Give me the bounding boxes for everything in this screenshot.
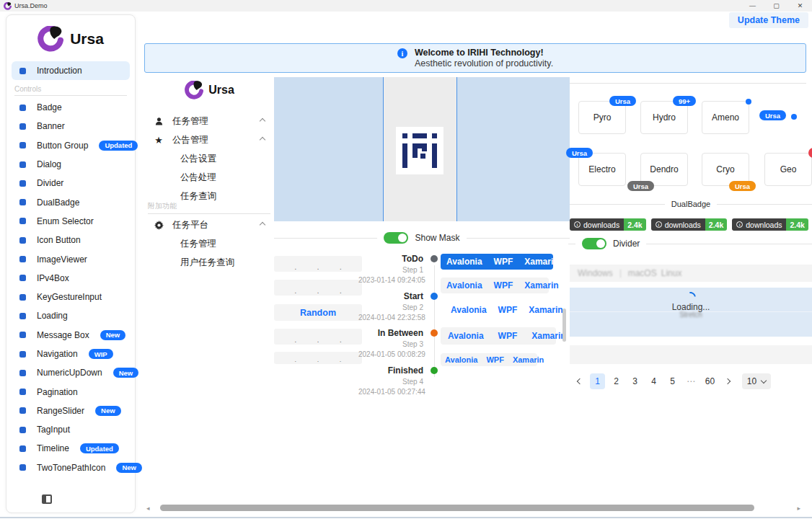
bullet-icon [19, 68, 26, 74]
avalonia-button[interactable]: Avalonia [441, 278, 488, 293]
wpf-button[interactable]: WPF [493, 302, 524, 318]
standalone-dot-badge-icon [791, 114, 797, 120]
horizontal-scrollbar-thumb[interactable] [160, 505, 754, 511]
sidebar-item-label: ImageViewer [37, 254, 87, 265]
pagination-prev-button[interactable] [573, 373, 586, 389]
button-group-demo: Avalonia WPF Xamarin Avalonia WPF Xamari… [441, 254, 556, 366]
demo-nav-logo-text: Ursa [208, 84, 234, 97]
pagination-page[interactable]: 1 [590, 373, 605, 389]
page-size-select[interactable]: 10 [742, 373, 771, 389]
sidebar-item[interactable]: IPv4Box [6, 269, 135, 288]
ursa-badge-orange: Ursa [729, 181, 756, 191]
pagination-next-button[interactable] [721, 373, 734, 389]
show-mask-toggle[interactable] [384, 232, 408, 244]
wpf-button[interactable]: WPF [488, 278, 519, 293]
close-button[interactable]: ✕ [788, 0, 812, 12]
nav-item-task-management-sub[interactable]: 任务管理 [144, 234, 275, 253]
nav-item-announcement-settings[interactable]: 公告设置 [144, 149, 275, 168]
badge-card-label: Electro [588, 164, 615, 174]
sidebar-item[interactable]: RangeSlider New [6, 402, 135, 420]
sidebar-item[interactable]: KeyGestureInput [6, 288, 135, 306]
random-button[interactable]: Random [274, 304, 362, 321]
nav-item-label: 公告处理 [180, 172, 216, 184]
xamarin-button[interactable]: Xamarin [508, 353, 548, 366]
xamarin-button[interactable]: Xamarin [518, 254, 564, 270]
avalonia-button[interactable]: Avalonia [445, 302, 493, 318]
sidebar-item[interactable]: ImageViewer [6, 249, 135, 268]
ipv4-input[interactable]: ... [274, 280, 362, 296]
nav-item-announcement-processing[interactable]: 公告处理 [144, 168, 275, 187]
sidebar-item-introduction[interactable]: Introduction [12, 61, 130, 80]
xamarin-button[interactable]: Xamarin [518, 278, 564, 293]
vertical-scrollbar-thumb[interactable] [562, 309, 566, 342]
minimize-button[interactable]: — [741, 0, 764, 12]
ipv4-input-small[interactable]: ... [274, 352, 362, 364]
timeline-dot-icon [431, 293, 438, 300]
info-icon: i [656, 221, 662, 228]
update-theme-button[interactable]: Update Theme [729, 12, 808, 28]
sidebar-item[interactable]: Dialog [6, 155, 135, 174]
wpf-button[interactable]: WPF [491, 327, 525, 345]
demo-nav-menu: Ursa 任务管理 ★ 公告管理 公告设置 公告处理 任务查询 附加功能 任务平… [144, 77, 275, 279]
sidebar-item[interactable]: Button Group Updated [6, 136, 135, 155]
divider-toggle[interactable] [582, 238, 606, 249]
sidebar-item[interactable]: DualBadge [6, 192, 135, 211]
sidebar-item[interactable]: Loading [6, 306, 135, 325]
timeline-item-title: ToDo [358, 254, 438, 264]
timeline-item: In Between Step 3 2024-01-05 00:08:29 [358, 328, 438, 358]
show-mask-divider: Show Mask [274, 232, 570, 244]
horizontal-scrollbar[interactable]: ◂ ▸ [144, 504, 812, 513]
pagination-page[interactable]: ⋯ [684, 373, 699, 389]
button-group-wide: Avalonia WPF Xamarin [441, 327, 556, 345]
sidebar-item-label: Introduction [37, 66, 82, 76]
ursa-badge: Ursa [566, 148, 593, 158]
pagination-page[interactable]: 4 [646, 373, 661, 389]
timeline-item-title: Start [358, 291, 438, 301]
nav-item-user-task-query[interactable]: 用户任务查询 [144, 253, 275, 272]
sidebar-item[interactable]: Icon Button [6, 231, 135, 249]
scroll-left-arrow-icon[interactable]: ◂ [146, 505, 150, 512]
sidebar-item[interactable]: Timeline Updated [6, 439, 135, 458]
avalonia-button[interactable]: Avalonia [441, 254, 488, 270]
pagination-page[interactable]: 60 [702, 373, 718, 389]
nav-item-announcement-management[interactable]: ★ 公告管理 [144, 130, 275, 149]
wpf-button[interactable]: WPF [482, 353, 508, 366]
nav-item-label: 公告管理 [172, 134, 208, 146]
maximize-button[interactable]: ▢ [764, 0, 788, 12]
nav-item-label: 公告设置 [180, 153, 216, 165]
ursa-badge-grey: Ursa [627, 181, 654, 191]
sidebar-item-label: Navigation [37, 349, 78, 359]
timeline-dot-icon [431, 367, 438, 374]
sidebar-item[interactable]: TwoTonePathIcon New [6, 458, 135, 477]
pagination-page[interactable]: 3 [627, 373, 643, 389]
sidebar-item[interactable]: Banner [6, 117, 135, 136]
sidebar-item[interactable]: TagInput [6, 420, 135, 439]
image-viewer[interactable] [274, 77, 570, 221]
pagination-page[interactable]: 2 [609, 373, 624, 389]
sidebar-item[interactable]: Divider [6, 174, 135, 192]
sidebar-item[interactable]: NumericUpDown New [6, 363, 135, 382]
ursa-logo-icon [37, 26, 63, 52]
sidebar-item[interactable]: Badge [6, 98, 135, 117]
avalonia-button[interactable]: Avalonia [441, 353, 482, 366]
wpf-button[interactable]: WPF [488, 254, 519, 270]
avalonia-button[interactable]: Avalonia [441, 327, 491, 345]
sidebar-item[interactable]: Message Box New [6, 326, 135, 345]
sidebar-item[interactable]: Navigation WIP [6, 345, 135, 363]
sidebar-item[interactable]: Enum Selector [6, 212, 135, 231]
ipv4-input[interactable]: ... [274, 329, 362, 345]
timeline: ToDo Step 1 2023-01-14 09:24:05 Start St… [358, 254, 438, 405]
sidebar-collapse-icon[interactable] [42, 494, 52, 504]
scroll-right-arrow-icon[interactable]: ▸ [797, 505, 800, 512]
nav-item-task-management[interactable]: 任务管理 [144, 112, 275, 130]
bullet-icon [19, 427, 26, 433]
pagination-page[interactable]: 5 [665, 373, 680, 389]
timeline-item-title: In Between [358, 328, 438, 338]
bullet-icon [19, 199, 26, 205]
ipv4-input[interactable]: ... [274, 256, 362, 272]
sidebar-item[interactable]: Pagination [6, 382, 135, 401]
nav-item-task-platform[interactable]: 任务平台 [144, 216, 275, 234]
nav-item-label: 用户任务查询 [180, 257, 234, 269]
dualbadge-divider-label: DualBadge [671, 200, 710, 208]
divider-toggle-label: Divider [613, 239, 640, 249]
